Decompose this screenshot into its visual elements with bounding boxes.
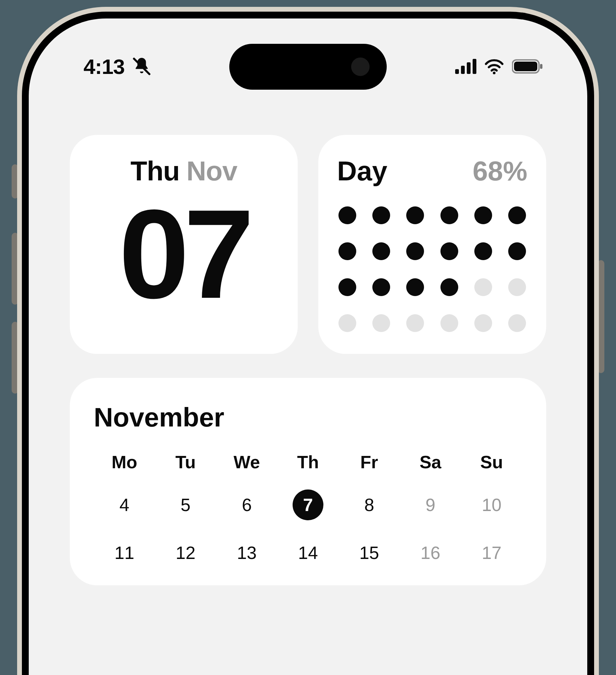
day-dot [406,314,424,332]
calendar-day[interactable]: 9 [415,489,446,520]
status-bar: 4:13 [29,53,587,80]
day-dot [508,206,526,224]
calendar-day[interactable]: 6 [231,489,262,520]
calendar-widget[interactable]: November MoTuWeThFrSaSu45678910111213141… [70,378,546,585]
date-month: Nov [187,155,237,187]
day-percent: 68% [473,155,527,187]
phone-frame: 4:13 [17,7,599,675]
svg-rect-4 [467,62,471,74]
day-dot [474,206,492,224]
calendar-weekday-header: Sa [400,452,461,472]
wifi-icon [484,58,504,75]
calendar-day[interactable]: 17 [476,537,507,568]
bell-silent-icon [131,56,152,77]
calendar-weekday-header: Su [461,452,522,472]
calendar-day[interactable]: 14 [293,537,323,568]
day-dot [474,242,492,260]
day-dot [440,206,458,224]
day-dot [372,242,390,260]
svg-point-6 [493,72,496,74]
day-dot [406,278,424,296]
svg-rect-8 [514,62,537,71]
day-dot [406,206,424,224]
day-dot [440,278,458,296]
date-weekday: Thu [130,155,180,187]
calendar-weekday-header: Fr [338,452,400,472]
battery-icon [512,59,543,74]
cellular-signal-icon [455,59,476,74]
day-dot [372,206,390,224]
day-dot [508,242,526,260]
day-dot [474,314,492,332]
day-dot [338,206,356,224]
svg-rect-5 [473,59,476,74]
calendar-day[interactable]: 5 [170,489,201,520]
day-dot [474,278,492,296]
date-widget[interactable]: Thu Nov 07 [70,135,298,354]
day-dot [440,242,458,260]
svg-rect-9 [540,64,542,69]
day-progress-widget[interactable]: Day 68% [318,135,546,354]
calendar-day-today[interactable]: 7 [293,489,323,520]
day-dot [338,314,356,332]
phone-screen: 4:13 [29,18,587,675]
calendar-day[interactable]: 10 [476,489,507,520]
calendar-weekday-header: Mo [94,452,155,472]
status-time: 4:13 [84,54,125,79]
svg-rect-2 [455,69,459,74]
day-dot [406,242,424,260]
calendar-grid: MoTuWeThFrSaSu4567891011121314151617 [94,452,522,568]
calendar-day[interactable]: 8 [354,489,385,520]
day-dot [508,314,526,332]
calendar-weekday-header: We [216,452,278,472]
day-dots-grid [337,204,527,334]
calendar-weekday-header: Tu [155,452,216,472]
calendar-day[interactable]: 11 [109,537,140,568]
calendar-day[interactable]: 16 [415,537,446,568]
day-dot [508,278,526,296]
calendar-day[interactable]: 15 [354,537,385,568]
day-dot [338,278,356,296]
date-day-number: 07 [89,194,279,314]
day-dot [372,278,390,296]
svg-rect-3 [461,66,465,74]
day-dot [338,242,356,260]
calendar-month-label: November [94,402,522,433]
day-dot [372,314,390,332]
calendar-day[interactable]: 12 [170,537,201,568]
calendar-weekday-header: Th [278,452,339,472]
calendar-day[interactable]: 4 [109,489,140,520]
day-label: Day [337,155,387,187]
calendar-day[interactable]: 13 [231,537,262,568]
day-dot [440,314,458,332]
